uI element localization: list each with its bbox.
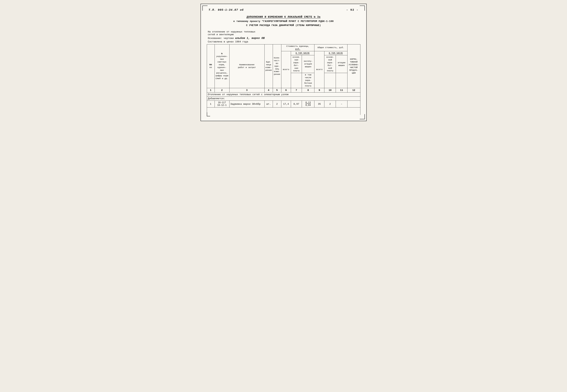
- spacer-row-1: [207, 108, 360, 115]
- col-header-base-wage2: основ-нойзара-бот-нойплаты: [324, 55, 336, 73]
- title-section: ДОПОЛНЕНИЯ И ИЗМЕНЕНИЯ К ЛОКАЛЬНОЙ СМЕТЕ…: [207, 15, 360, 28]
- col-header-unit-all: всего: [281, 51, 291, 88]
- table-row: 1 16–11716–12–1 Задвижка марки ЗОч6бр шт…: [207, 101, 360, 108]
- row1-name: Задвижка марки ЗОч6бр: [229, 101, 264, 108]
- col-num-8: 8: [302, 88, 314, 93]
- document-page: Т.П. 905-1-34.87 об - 92 - ДОПОЛНЕНИЯ И …: [200, 4, 367, 121]
- section-label: Отопление от наружных тепловых сетей с э…: [207, 93, 360, 97]
- col-num-4: 4: [264, 88, 273, 93]
- col-header-incl-wage: [291, 73, 302, 88]
- col-header-qty: Коли-чест-воеди-ницизме-рения: [273, 44, 281, 88]
- meta-basis: Основание: чертежи альбом 1, марко ОВ: [208, 37, 359, 40]
- col-num-3: 3: [229, 88, 264, 93]
- col-num-6: 6: [281, 88, 291, 93]
- row1-num: 1: [207, 101, 215, 108]
- row1-qty: 2: [273, 101, 281, 108]
- meta-prices: Составлена в ценах 1984 года: [208, 40, 359, 43]
- col-num-2: 2: [215, 88, 229, 93]
- row1-total-all: 35: [314, 101, 324, 108]
- subsection-row: Добавляется:: [207, 97, 360, 101]
- row1-cost-mach: 0,130,04: [302, 101, 314, 108]
- col-num-12: 12: [347, 88, 360, 93]
- col-num-7: 7: [291, 88, 302, 93]
- bracket-bottom-left: [207, 112, 210, 116]
- doc-id: Т.П. 905-1-34.87 об: [209, 9, 244, 12]
- col-num-5: 5: [273, 88, 281, 93]
- col-header-unit-incl: В ТОМ ЧИСЛЕ: [291, 51, 314, 55]
- meta-section: На отопление от наружных тепловых сетей …: [207, 30, 360, 43]
- row1-unit: шт.: [264, 101, 273, 108]
- col-header-base-wage: основ-наязара-бот-наяплата: [291, 55, 302, 73]
- title-sub1: к типовому проекту "ГАЗОРЕГУЛЯТОРНЫЙ ПУН…: [207, 19, 360, 23]
- title-sub2: С УЧЕТОМ РАСХОДА ГАЗА ДИАФРАГМОЙ (СТЕНЫ …: [207, 23, 360, 28]
- title-main: ДОПОЛНЕНИЯ И ИЗМЕНЕНИЯ К ЛОКАЛЬНОЙ СМЕТЕ…: [207, 15, 360, 19]
- col-header-total-incl: В ТОМ ЧИСЛЕ: [324, 51, 347, 55]
- col-header-incl-mach-wage: в томчислезара-ботнаяплата: [302, 73, 314, 88]
- col-header-unit: Еди-ницаизме-рения: [264, 44, 273, 88]
- col-num-10: 10: [324, 88, 336, 93]
- col-num-11: 11: [336, 88, 347, 93]
- row1-cost-base: 0,97: [291, 101, 302, 108]
- page-header: Т.П. 905-1-34.87 об - 92 -: [207, 9, 360, 12]
- col-header-total: Общая стоимость, руб.: [314, 44, 347, 51]
- col-header-name: Наименованиеработ и затрат: [229, 44, 264, 88]
- col-header-mach: эксплу-атациямашин: [302, 55, 314, 73]
- col-header-incl2: [324, 73, 336, 88]
- row1-norm: [347, 101, 360, 108]
- col-header-unit-cost: Стоимость единицы,руб.: [281, 44, 314, 51]
- section-header-row: Отопление от наружных тепловых сетей с э…: [207, 93, 360, 97]
- row1-total-mach: –: [336, 101, 347, 108]
- header-row-1: №№пп № укрупнен-ных сметныхнорм, единич-…: [207, 44, 360, 51]
- col-header-total-all: всего: [314, 51, 324, 88]
- col-header-code: № укрупнен-ных сметныхнорм, единич-ных р…: [215, 44, 229, 88]
- row1-code: 16–11716–12–1: [215, 101, 229, 108]
- col-header-incl2-mach: [336, 73, 347, 88]
- main-table: №№пп № укрупнен-ных сметныхнорм, единич-…: [207, 44, 360, 115]
- col-header-mach2: атациимашин: [336, 55, 347, 73]
- subsection-label: Добавляется:: [207, 97, 360, 101]
- corner-decoration-br: [360, 114, 365, 119]
- col-num-1: 1: [207, 88, 215, 93]
- col-header-norm: НОРМА-ТИВНОЙУСЛОВНО-ЧИСТОЙПРОДУК-ЦИИ: [347, 44, 360, 88]
- row1-cost-all: 17,4: [281, 101, 291, 108]
- corner-decoration-tr: [360, 6, 365, 11]
- col-num-9: 9: [314, 88, 324, 93]
- col-numbers-row: 1 2 3 4 5 6 7 8 9 10 11 12: [207, 88, 360, 93]
- page-number: - 92 -: [346, 9, 358, 12]
- meta-heating: На отопление от наружных тепловых сетей …: [208, 30, 359, 36]
- row1-total-base: 2: [324, 101, 336, 108]
- corner-decoration-tl: [202, 6, 208, 11]
- col-header-num: №№пп: [207, 44, 215, 88]
